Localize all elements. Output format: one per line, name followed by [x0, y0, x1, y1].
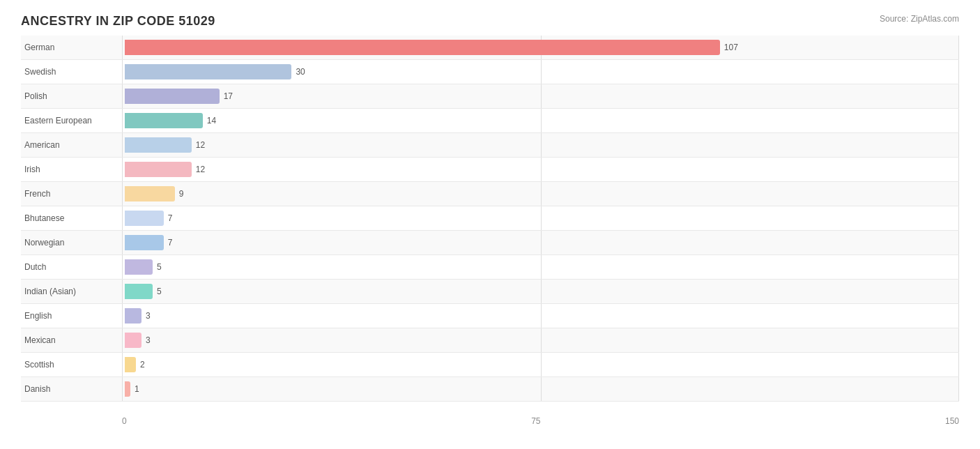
bar [125, 333, 141, 348]
chart-area: German107Swedish30Polish17Eastern Europe… [21, 36, 959, 426]
table-row: French9 [21, 182, 959, 206]
bar-label: Norwegian [21, 238, 122, 248]
table-row: Scottish2 [21, 353, 959, 377]
table-row: Irish12 [21, 158, 959, 182]
bar [125, 137, 192, 153]
bar [125, 235, 164, 250]
bar-label: English [21, 311, 122, 321]
bar-value-label: 7 [168, 213, 173, 223]
bar [125, 357, 136, 372]
bar-label: Swedish [21, 67, 122, 77]
bar-label: Mexican [21, 335, 122, 345]
table-row: American12 [21, 133, 959, 158]
axis-label: 0 [122, 416, 127, 426]
axis-labels: 075150 [122, 416, 959, 426]
bar [125, 308, 141, 324]
table-row: Norwegian7 [21, 231, 959, 255]
bar-value-label: 5 [157, 262, 162, 272]
bar [125, 186, 175, 201]
table-row: Danish1 [21, 377, 959, 402]
bar-value-label: 9 [179, 189, 184, 199]
bar-section: 30 [122, 60, 959, 84]
bar-section: 7 [122, 231, 959, 254]
bar-value-label: 17 [224, 91, 233, 101]
table-row: Polish17 [21, 84, 959, 109]
bar [125, 259, 153, 275]
bar [125, 40, 720, 55]
rows-container: German107Swedish30Polish17Eastern Europe… [21, 36, 959, 405]
chart-container: ANCESTRY IN ZIP CODE 51029 Source: ZipAt… [0, 0, 980, 449]
bar-section: 3 [122, 328, 959, 352]
bar-label: Scottish [21, 360, 122, 370]
bar-section: 12 [122, 133, 959, 157]
bar-section: 2 [122, 353, 959, 376]
table-row: Eastern European14 [21, 109, 959, 133]
bar-section: 12 [122, 158, 959, 181]
table-row: Dutch5 [21, 255, 959, 280]
bar-label: Danish [21, 384, 122, 394]
bar [125, 284, 153, 299]
table-row: Mexican3 [21, 328, 959, 353]
bar-label: Dutch [21, 262, 122, 272]
bar-value-label: 5 [157, 287, 162, 296]
table-row: German107 [21, 36, 959, 60]
table-row: Swedish30 [21, 60, 959, 84]
bar-section: 7 [122, 206, 959, 230]
bar-label: Indian (Asian) [21, 287, 122, 296]
bar-section: 17 [122, 84, 959, 108]
bar-label: American [21, 140, 122, 150]
table-row: Indian (Asian)5 [21, 280, 959, 304]
bar-value-label: 2 [140, 360, 145, 370]
bar-section: 14 [122, 109, 959, 132]
bar-section: 107 [122, 36, 959, 59]
bar-value-label: 12 [196, 165, 205, 174]
bar-value-label: 12 [196, 140, 205, 150]
bar-section: 3 [122, 304, 959, 328]
source-label: Source: ZipAtlas.com [880, 14, 959, 24]
bar-section: 1 [122, 377, 959, 401]
bar-section: 5 [122, 255, 959, 279]
bar-section: 5 [122, 280, 959, 303]
table-row: Bhutanese7 [21, 206, 959, 231]
bar-section: 9 [122, 182, 959, 206]
bar [125, 211, 164, 226]
bar-value-label: 3 [146, 335, 151, 345]
table-row: English3 [21, 304, 959, 328]
bar-value-label: 107 [724, 43, 738, 52]
bar [125, 89, 220, 104]
bar-label: Eastern European [21, 116, 122, 125]
bar [125, 162, 192, 177]
bar [125, 381, 130, 397]
bar [125, 64, 291, 79]
bar-value-label: 14 [207, 116, 216, 125]
bar [125, 113, 203, 128]
chart-title: ANCESTRY IN ZIP CODE 51029 [21, 14, 959, 29]
bar-value-label: 1 [135, 384, 139, 394]
axis-label: 150 [945, 416, 959, 426]
bar-value-label: 3 [146, 311, 151, 321]
bar-label: Irish [21, 165, 122, 174]
bar-value-label: 7 [168, 238, 173, 248]
bar-label: German [21, 43, 122, 52]
bar-label: French [21, 189, 122, 199]
bar-label: Bhutanese [21, 213, 122, 223]
bar-label: Polish [21, 91, 122, 101]
bar-value-label: 30 [296, 67, 305, 77]
axis-label: 75 [531, 416, 540, 426]
